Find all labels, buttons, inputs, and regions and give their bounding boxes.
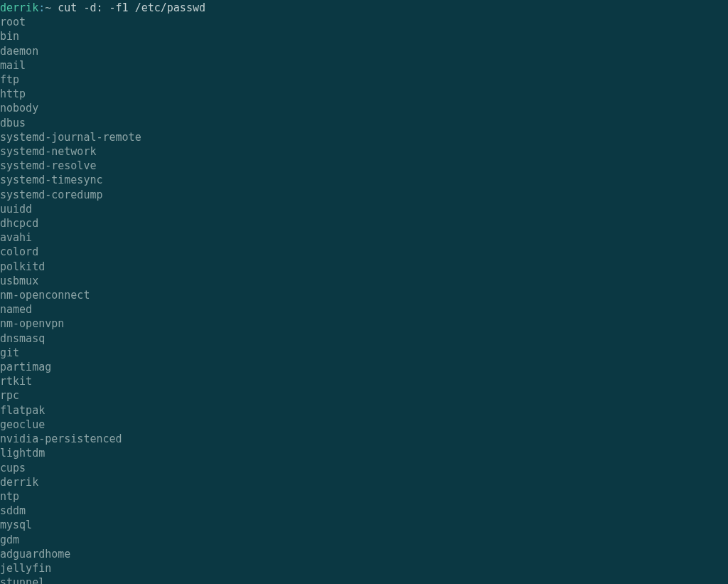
output-line: usbmux <box>0 275 38 287</box>
output-line: stunnel <box>0 576 45 584</box>
output-line: systemd-resolve <box>0 159 96 172</box>
output-line: mysql <box>0 519 32 531</box>
output-line: uuidd <box>0 203 32 216</box>
output-line: ftp <box>0 73 19 86</box>
output-line: geoclue <box>0 418 45 431</box>
output-line: nm-openconnect <box>0 289 90 302</box>
output-line: dnsmasq <box>0 332 45 345</box>
command-text: cut -d: -f1 /etc/passwd <box>58 1 205 14</box>
output-line: gdm <box>0 533 19 546</box>
prompt-separator: : <box>38 1 45 14</box>
output-line: nobody <box>0 102 38 115</box>
output-line: nm-openvpn <box>0 317 64 330</box>
output-line: flatpak <box>0 404 45 417</box>
output-line: derrik <box>0 476 38 489</box>
output-line: mail <box>0 59 26 72</box>
output-line: rpc <box>0 389 19 402</box>
output-line: named <box>0 303 32 316</box>
output-line: daemon <box>0 45 38 58</box>
output-line: avahi <box>0 231 32 244</box>
output-line: systemd-network <box>0 145 96 158</box>
output-line: lightdm <box>0 447 45 460</box>
output-line: systemd-timesync <box>0 174 103 186</box>
output-line: root <box>0 16 26 28</box>
prompt-path: ~ <box>45 1 51 14</box>
output-line: polkitd <box>0 260 45 273</box>
output-line: dbus <box>0 117 26 129</box>
output-line: rtkit <box>0 375 32 388</box>
output-line: systemd-coredump <box>0 189 103 201</box>
output-line: bin <box>0 30 19 43</box>
output-line: systemd-journal-remote <box>0 131 141 144</box>
output-line: nvidia-persistenced <box>0 432 122 445</box>
output-line: sddm <box>0 504 26 517</box>
output-line: colord <box>0 245 38 258</box>
prompt-user: derrik <box>0 1 38 14</box>
output-line: partimag <box>0 361 51 373</box>
terminal-output[interactable]: derrik:~ cut -d: -f1 /etc/passwd root bi… <box>0 1 728 584</box>
output-line: dhcpcd <box>0 217 38 230</box>
output-line: adguardhome <box>0 548 70 561</box>
output-line: http <box>0 87 26 100</box>
output-line: ntp <box>0 490 19 503</box>
output-line: git <box>0 346 19 359</box>
output-line: cups <box>0 462 26 474</box>
output-line: jellyfin <box>0 562 51 575</box>
